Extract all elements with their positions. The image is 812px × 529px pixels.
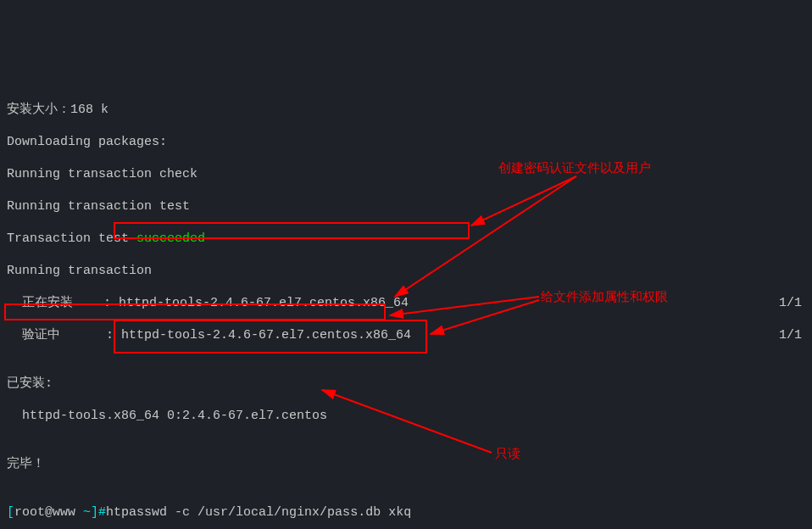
annotation-set-attr-perm: 给文件添加属性和权限 [541,288,668,304]
terminal-output: 安装大小：168 k Downloading packages: Running… [7,86,805,529]
annotation-readonly: 只读 [495,445,520,461]
progress-2: 1/1 [779,327,802,343]
line-installed-pkg: httpd-tools.x86_64 0:2.4.6-67.el7.centos [7,408,805,424]
line-run-test: Running transaction test [7,198,805,214]
line-downloading: Downloading packages: [7,134,805,150]
annotation-create-file-user: 创建密码认证文件以及用户 [498,159,651,175]
line-complete: 完毕！ [7,456,805,472]
line-installed-hdr: 已安装: [7,376,805,392]
line-installing: 正在安装 : httpd-tools-2.4.6-67.el7.centos.x… [7,295,805,311]
succeeded-word: succeeded [136,231,205,246]
progress-1: 1/1 [779,295,802,311]
line-install-size: 安装大小：168 k [7,102,805,118]
line-test-succeeded: Transaction test succeeded [7,231,805,247]
cmd-text-1: htpasswd -c /usr/local/nginx/pass.db xkq [106,505,411,520]
cmd-htpasswd[interactable]: [root@www ~]#htpasswd -c /usr/local/ngin… [7,504,805,521]
line-verifying: 验证中 : httpd-tools-2.4.6-67.el7.centos.x8… [7,327,805,343]
line-run-check: Running transaction check [7,166,805,182]
line-run-trans: Running transaction [7,263,805,279]
